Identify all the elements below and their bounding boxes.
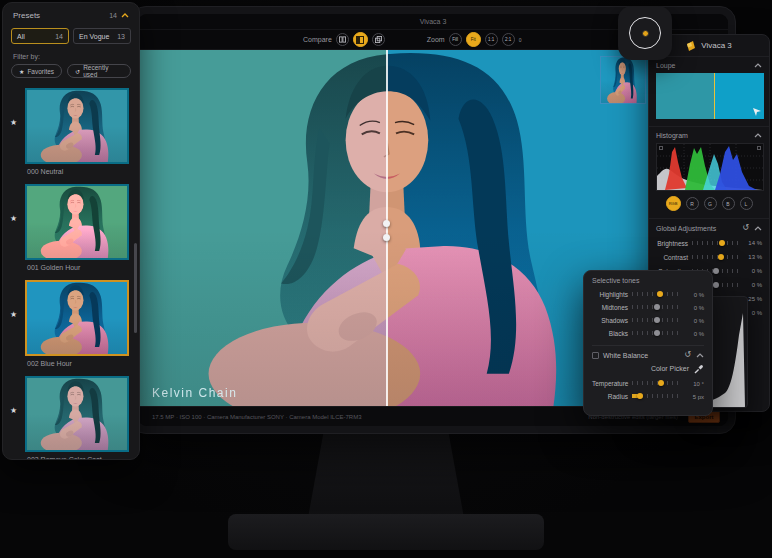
- split-handle-dot[interactable]: [383, 220, 390, 227]
- white-balance-header: White Balance ↺: [592, 345, 704, 359]
- slider-track[interactable]: [692, 241, 740, 246]
- zoom-1-1-button[interactable]: 1:1: [485, 33, 498, 46]
- channel-label: RGB: [669, 201, 678, 206]
- compare-overlay-button[interactable]: [372, 33, 385, 46]
- preset-item-001-golden-hour[interactable]: ★ 001 Golden Hour: [3, 182, 139, 273]
- white-balance-title: White Balance: [603, 352, 648, 359]
- chevron-up-icon[interactable]: [754, 63, 762, 68]
- preset-preview: [27, 282, 127, 354]
- highlight-clipping-indicator[interactable]: [757, 146, 761, 150]
- tab-en-vogue[interactable]: En Vogue 13: [73, 28, 131, 44]
- channel-label: L: [745, 201, 748, 207]
- scrollbar-thumb[interactable]: [134, 243, 137, 333]
- chevron-up-icon[interactable]: [754, 226, 762, 231]
- slider-track[interactable]: [632, 394, 682, 399]
- slider-track[interactable]: [632, 331, 682, 336]
- channel-r-button[interactable]: R: [686, 197, 699, 210]
- channel-label: B: [726, 201, 729, 207]
- selective-tones-popup: Selective tones Highlights 0 % Midtones …: [583, 270, 713, 416]
- slider-value: 0 %: [740, 282, 762, 288]
- tab-all[interactable]: All 14: [11, 28, 69, 44]
- shadow-clipping-indicator[interactable]: [659, 146, 663, 150]
- brand-icon: [686, 41, 696, 51]
- favorite-star-icon[interactable]: ★: [10, 310, 17, 319]
- presets-panel: Presets 14 All 14 En Vogue 13 Filter by:…: [2, 2, 140, 460]
- slider-track[interactable]: [632, 381, 682, 386]
- preset-thumbnail[interactable]: [25, 376, 129, 452]
- zoom-fit-button[interactable]: Fit: [466, 32, 481, 47]
- slider-handle[interactable]: [654, 330, 660, 336]
- reset-icon[interactable]: ↺: [742, 224, 749, 232]
- channel-l-button[interactable]: L: [740, 197, 753, 210]
- slider-handle[interactable]: [637, 393, 643, 399]
- preset-thumbnail[interactable]: [25, 88, 129, 164]
- preset-item-003-remove-color-cast[interactable]: ★ 003 Remove Color Cast: [3, 374, 139, 460]
- slider-handle[interactable]: [713, 282, 719, 288]
- favorite-star-icon[interactable]: ★: [10, 214, 17, 223]
- lens-dot-icon: [642, 30, 649, 37]
- preset-item-000-neutral[interactable]: ★ 000 Neutral: [3, 86, 139, 177]
- preset-preview: [27, 90, 127, 162]
- chevron-up-icon[interactable]: [696, 353, 704, 358]
- monitor-stand-base: [228, 514, 544, 550]
- marketing-stage: Vivaca 3 Compare Zoom F: [0, 0, 772, 558]
- slider-brightness: Brightness 14 %: [656, 236, 762, 250]
- slider-handle[interactable]: [713, 268, 719, 274]
- slider-track[interactable]: [692, 255, 740, 260]
- star-icon: ★: [19, 68, 24, 75]
- preset-list: ★ 000 Neutral ★ 001 Golden Hour ★ 002 Bl…: [3, 86, 139, 460]
- slider-highlights: Highlights 0 %: [592, 288, 704, 301]
- loupe-split-line: [714, 73, 715, 119]
- channel-b-button[interactable]: B: [722, 197, 735, 210]
- photo-canvas: Kelvin Chain: [138, 50, 652, 408]
- global-adjustments-title: Global Adjustments: [656, 225, 716, 232]
- slider-value: 0 %: [682, 331, 704, 337]
- slider-handle[interactable]: [658, 380, 664, 386]
- slider-track[interactable]: [632, 305, 682, 310]
- slider-radius: Radius 5 px: [592, 390, 704, 403]
- filter-favorites[interactable]: ★ Favorites: [11, 64, 62, 78]
- presets-count: 14: [109, 12, 117, 19]
- eyedropper-icon[interactable]: [694, 364, 704, 374]
- zoom-2-1-button[interactable]: 2:1: [502, 33, 515, 46]
- slider-handle[interactable]: [657, 291, 663, 297]
- color-picker-row: Color Picker: [592, 362, 704, 375]
- preset-item-002-blue-hour[interactable]: ★ 002 Blue Hour: [3, 278, 139, 369]
- reset-icon[interactable]: ↺: [684, 351, 691, 359]
- window-title: Vivaca 3: [420, 18, 447, 25]
- preset-label: 002 Blue Hour: [25, 356, 129, 369]
- slider-midtones: Midtones 0 %: [592, 301, 704, 314]
- slider-contrast: Contrast 13 %: [656, 250, 762, 264]
- slider-handle[interactable]: [654, 304, 660, 310]
- photo-credit: Kelvin Chain: [152, 386, 237, 400]
- slider-handle[interactable]: [654, 317, 660, 323]
- chevron-up-icon[interactable]: [754, 133, 762, 138]
- navigator-thumbnail[interactable]: [600, 56, 646, 104]
- loupe-preview[interactable]: [656, 73, 764, 119]
- compare-side-by-side-button[interactable]: [336, 33, 349, 46]
- slider-handle[interactable]: [718, 254, 724, 260]
- slider-track[interactable]: [632, 292, 682, 297]
- slider-label: Temperature: [592, 380, 632, 387]
- histogram-title: Histogram: [656, 132, 688, 139]
- side-by-side-icon: [339, 36, 346, 43]
- favorite-star-icon[interactable]: ★: [10, 118, 17, 127]
- split-handle-dot[interactable]: [383, 234, 390, 241]
- white-balance-checkbox[interactable]: [592, 352, 599, 359]
- channel-rgb-button[interactable]: RGB: [666, 196, 681, 211]
- channel-g-button[interactable]: G: [704, 197, 717, 210]
- compare-split-button[interactable]: [353, 32, 368, 47]
- zoom-fill-button[interactable]: Fill: [449, 33, 462, 46]
- navigator-portrait: [601, 57, 645, 103]
- chevron-up-icon[interactable]: [121, 13, 129, 18]
- favorite-star-icon[interactable]: ★: [10, 406, 17, 415]
- zoom-group: Zoom Fill Fit 1:1 2:1 0: [427, 32, 522, 47]
- slider-track[interactable]: [632, 318, 682, 323]
- compare-split-line[interactable]: [386, 50, 388, 408]
- presets-tabs: All 14 En Vogue 13: [3, 26, 139, 50]
- preset-thumbnail[interactable]: [25, 184, 129, 260]
- slider-value: 14 %: [740, 240, 762, 246]
- slider-handle[interactable]: [719, 240, 725, 246]
- preset-thumbnail-selected[interactable]: [25, 280, 129, 356]
- filter-recently-used[interactable]: ↺ Recently used: [67, 64, 131, 78]
